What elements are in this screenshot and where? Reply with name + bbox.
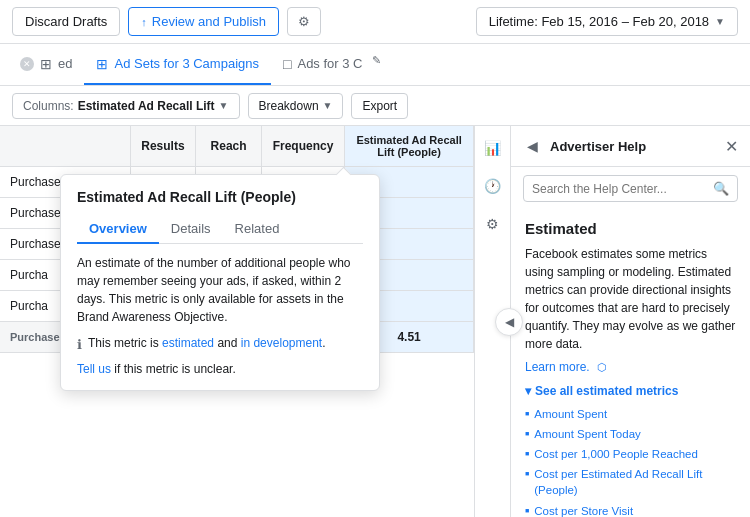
settings-gear-button[interactable]: ⚙: [287, 7, 321, 36]
date-range-picker[interactable]: Lifetime: Feb 15, 2016 – Feb 20, 2018 ▼: [476, 7, 738, 36]
columns-button[interactable]: Columns: Estimated Ad Recall Lift ▼: [12, 93, 240, 119]
tab-adsets[interactable]: ⊞ Ad Sets for 3 Campaigns: [84, 44, 271, 85]
tab-bar: ✕ ⊞ ed ⊞ Ad Sets for 3 Campaigns □ Ads f…: [0, 44, 750, 86]
help-panel-title: Advertiser Help: [550, 139, 717, 154]
list-item[interactable]: Cost per Store Visit: [525, 501, 736, 517]
adsets-grid-icon: ⊞: [96, 56, 108, 72]
in-development-link[interactable]: in development: [241, 336, 322, 350]
clock-icon[interactable]: 🕐: [481, 174, 505, 198]
tooltip-tab-details[interactable]: Details: [159, 215, 223, 244]
col-header-name: [0, 126, 130, 167]
table-area: Results Reach Frequency Estimated Ad Rec…: [0, 126, 474, 517]
help-close-button[interactable]: ✕: [725, 137, 738, 156]
help-search-bar: 🔍: [523, 175, 738, 202]
breakdown-button[interactable]: Breakdown ▼: [248, 93, 344, 119]
tooltip-tab-overview[interactable]: Overview: [77, 215, 159, 244]
estimated-link[interactable]: estimated: [162, 336, 214, 350]
help-panel-collapse-button[interactable]: ◀: [495, 308, 523, 336]
metrics-list: Amount Spent Amount Spent Today Cost per…: [525, 404, 736, 517]
col-header-results: Results: [130, 126, 196, 167]
review-publish-button[interactable]: ↑ Review and Publish: [128, 7, 279, 36]
tooltip-tabs: Overview Details Related: [77, 215, 363, 244]
tooltip-popup: Estimated Ad Recall Lift (People) Overvi…: [60, 174, 380, 391]
list-item[interactable]: Cost per 1,000 People Reached: [525, 444, 736, 464]
list-item[interactable]: Amount Spent: [525, 404, 736, 424]
help-metrics-list-section: ▾ See all estimated metrics Amount Spent…: [525, 384, 736, 517]
help-back-button[interactable]: ◀: [523, 136, 542, 156]
col-header-estimated: Estimated Ad RecallLift (People): [345, 126, 474, 167]
tab-ads[interactable]: □ Ads for 3 C ✎: [271, 44, 387, 85]
settings-icon[interactable]: ⚙: [481, 212, 505, 236]
tab-edit-icon: ✎: [372, 54, 381, 67]
tooltip-info: ℹ This metric is estimated and in develo…: [77, 336, 363, 352]
tell-us-link[interactable]: Tell us: [77, 362, 111, 376]
breakdown-chevron-icon: ▼: [323, 100, 333, 111]
help-section-title: Estimated: [525, 220, 736, 237]
help-header: ◀ Advertiser Help ✕: [511, 126, 750, 167]
ads-grid-icon: □: [283, 56, 291, 72]
external-link-icon: ⬡: [597, 361, 607, 374]
help-content: Estimated Facebook estimates some metric…: [511, 210, 750, 517]
col-header-frequency: Frequency: [261, 126, 344, 167]
bar-chart-icon[interactable]: 📊: [481, 136, 505, 160]
see-all-arrow-icon: ▾: [525, 384, 531, 398]
help-panel: ◀ ◀ Advertiser Help ✕ 🔍 Estimated Facebo…: [510, 126, 750, 517]
info-icon: ℹ: [77, 337, 82, 352]
chevron-down-icon: ▼: [715, 16, 725, 27]
tab-campaigns[interactable]: ✕ ⊞ ed: [8, 44, 84, 85]
list-item[interactable]: Cost per Estimated Ad Recall Lift (Peopl…: [525, 464, 736, 500]
tooltip-body: An estimate of the number of additional …: [77, 254, 363, 326]
list-item[interactable]: Amount Spent Today: [525, 424, 736, 444]
help-description: Facebook estimates some metrics using sa…: [525, 245, 736, 353]
tooltip-footer: Tell us if this metric is unclear.: [77, 362, 363, 376]
campaigns-grid-icon: ⊞: [40, 56, 52, 72]
discard-drafts-button[interactable]: Discard Drafts: [12, 7, 120, 36]
tab-close-icon[interactable]: ✕: [20, 57, 34, 71]
search-icon: 🔍: [713, 181, 729, 196]
learn-more-link[interactable]: Learn more.: [525, 360, 590, 374]
see-all-metrics-toggle[interactable]: ▾ See all estimated metrics: [525, 384, 736, 398]
export-button[interactable]: Export: [351, 93, 408, 119]
top-bar: Discard Drafts ↑ Review and Publish ⚙ Li…: [0, 0, 750, 44]
top-bar-actions: Discard Drafts ↑ Review and Publish ⚙: [12, 7, 321, 36]
help-search-input[interactable]: [532, 182, 707, 196]
tooltip-title: Estimated Ad Recall Lift (People): [77, 189, 363, 205]
review-publish-icon: ↑: [141, 16, 147, 28]
columns-chevron-icon: ▼: [219, 100, 229, 111]
toolbar: Columns: Estimated Ad Recall Lift ▼ Brea…: [0, 86, 750, 126]
col-header-reach: Reach: [196, 126, 262, 167]
tooltip-tab-related[interactable]: Related: [223, 215, 292, 244]
main-content: Results Reach Frequency Estimated Ad Rec…: [0, 126, 750, 517]
